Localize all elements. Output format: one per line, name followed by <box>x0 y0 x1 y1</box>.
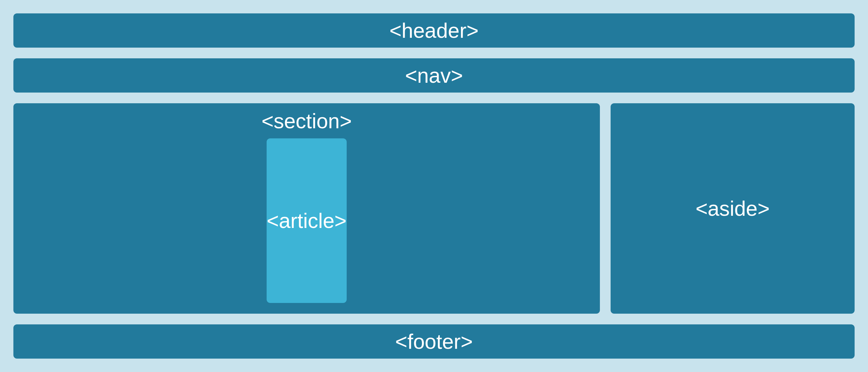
middle-row: <section> <article> <aside> <box>13 103 855 314</box>
aside-label: <aside> <box>695 197 770 220</box>
aside-block: <aside> <box>611 103 855 314</box>
nav-block: <nav> <box>13 58 855 93</box>
footer-block: <footer> <box>13 324 855 359</box>
header-block: <header> <box>13 13 855 48</box>
article-block: <article> <box>267 138 346 303</box>
footer-label: <footer> <box>395 330 473 353</box>
nav-label: <nav> <box>405 64 463 88</box>
header-label: <header> <box>390 19 479 42</box>
section-block: <section> <article> <box>13 103 600 314</box>
section-label: <section> <box>261 109 352 138</box>
article-label: <article> <box>267 209 346 233</box>
